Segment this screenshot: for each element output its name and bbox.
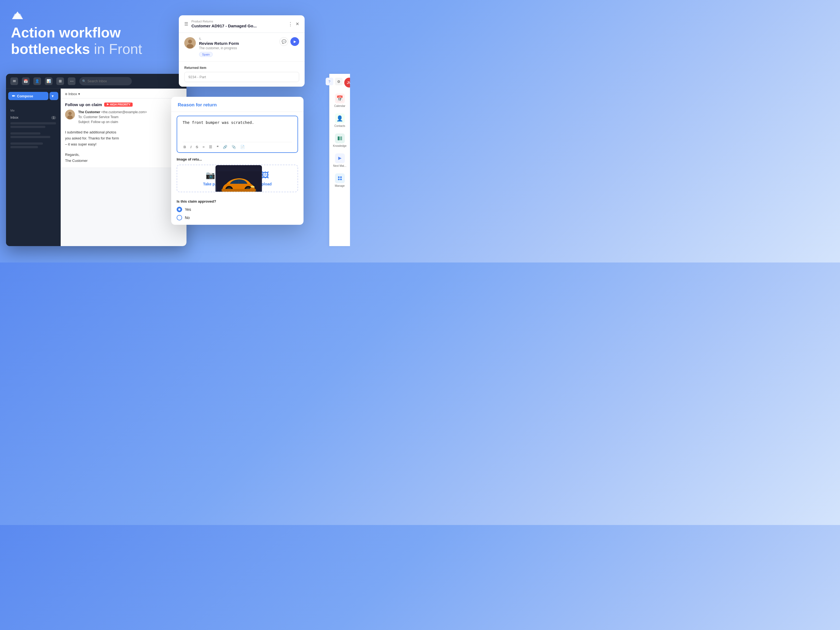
link-button[interactable]: 🔗: [222, 144, 228, 150]
step-actions: 💬 ▶: [279, 37, 299, 46]
contacts-sidebar-icon: 👤: [335, 114, 345, 123]
search-input[interactable]: [79, 77, 132, 85]
email-item[interactable]: Follow up on claim ⚑ HIGH PRIORITY: [61, 98, 186, 168]
email-to: To: Customer Service Team: [78, 115, 147, 120]
sidebar-nextmat[interactable]: Next Mat...: [331, 151, 349, 169]
settings-icon[interactable]: ⚙: [335, 77, 343, 85]
compose-button[interactable]: ✏ Compose: [8, 92, 48, 100]
sender-avatar: [65, 110, 75, 120]
hero-section: Action workflow bottlenecks in Front: [11, 25, 142, 57]
modal-menu-icon[interactable]: ☰: [184, 21, 188, 27]
help-icon[interactable]: ?: [326, 77, 333, 85]
attachment-button[interactable]: 📎: [231, 144, 237, 150]
email-signature: Regards, The Customer: [65, 152, 182, 164]
search-wrap: 🔍: [79, 77, 182, 85]
priority-badge: ⚑ HIGH PRIORITY: [104, 103, 133, 107]
approval-label: Is this claim approved?: [177, 199, 298, 204]
svg-point-22: [338, 178, 339, 180]
user-avatar[interactable]: JV: [344, 77, 350, 87]
priority-flag-icon: ⚑: [106, 103, 109, 106]
quote-button[interactable]: ❝: [216, 144, 219, 150]
analytics-icon[interactable]: 📊: [45, 77, 52, 85]
reason-for-return-modal: Reason for return The front bumper was s…: [171, 97, 303, 225]
sender-name: The Customer: [78, 110, 100, 114]
knowledge-sidebar-icon: [335, 133, 345, 143]
step-content: 5. Review Return Form The customer, in p…: [199, 37, 276, 57]
email-subject-row: Follow up on claim ⚑ HIGH PRIORITY: [65, 102, 182, 107]
more-icon[interactable]: ⋯: [68, 77, 76, 85]
hero-line2-light: in Front: [90, 41, 142, 57]
logo-area: [11, 10, 24, 21]
reason-title: Reason for return: [178, 102, 297, 108]
upload-icon: 🖼: [261, 171, 269, 180]
modal-category: Product Returns: [191, 20, 285, 23]
columns-icon[interactable]: ⊞: [56, 77, 64, 85]
knowledge-label: Knowledge: [333, 144, 346, 147]
sidebar-placeholder-6: [10, 146, 38, 148]
inbox-chevron: ▾: [78, 92, 80, 96]
radio-row: Yes No: [177, 207, 298, 220]
modal-close-button[interactable]: ✕: [295, 21, 299, 27]
italic-button[interactable]: I: [189, 144, 192, 150]
sidebar-item-inbox[interactable]: Inbox 1: [8, 114, 58, 121]
radio-yes-circle: [177, 207, 182, 212]
modal-more-icon[interactable]: ⋮: [288, 21, 293, 27]
editor-toolbar: B I S ≡ ☰ ❝ 🔗 📎 📄: [183, 142, 292, 152]
strikethrough-button[interactable]: S: [195, 144, 199, 150]
sidebar-knowledge[interactable]: Knowledge: [331, 131, 349, 150]
svg-point-2: [67, 115, 73, 119]
ordered-list-button[interactable]: ☰: [208, 144, 213, 150]
front-app-window: ✉ 📅 👤 📊 ⊞ ⋯ 🔍 ✏ Compose ▾ Me Inbox 1: [6, 74, 186, 246]
radio-yes[interactable]: Yes: [177, 207, 298, 212]
inbox-icon[interactable]: ✉: [10, 77, 18, 85]
reason-header: Reason for return: [171, 97, 303, 112]
step-avatar: [184, 37, 196, 49]
email-sender-row: The Customer <the.customer@example.com> …: [65, 110, 182, 125]
svg-point-1: [68, 112, 72, 115]
step-tag: Spain: [199, 52, 213, 57]
sidebar-placeholder-5: [10, 142, 43, 145]
right-sidebar: ? ⚙ JV 📅 Calendar 👤 Contacts Knowledge N…: [329, 74, 350, 246]
email-main-panel: Inbox ▾ Follow up on claim ⚑ HIGH PRIORI…: [61, 88, 186, 246]
returned-item-input[interactable]: [184, 72, 299, 82]
modal-titles: Product Returns Customer AD917 - Damaged…: [191, 20, 285, 28]
returned-item-section: Returned item: [179, 62, 305, 87]
reason-textarea-container: The front bumper was scratched. B I S ≡ …: [177, 116, 298, 153]
calendar-label: Calendar: [334, 104, 345, 107]
sidebar-calendar[interactable]: 📅 Calendar: [331, 91, 349, 110]
nextmat-sidebar-icon: [335, 153, 345, 163]
svg-rect-18: [338, 136, 339, 140]
svg-point-23: [340, 178, 342, 180]
sidebar-manage[interactable]: Manage: [331, 171, 349, 189]
calendar-sidebar-icon: 📅: [335, 93, 345, 103]
sidebar-placeholder-4: [10, 136, 50, 138]
sidebar-contacts[interactable]: 👤 Contacts: [331, 111, 349, 129]
image-section: Image of retu... 📷 Take p...: [171, 153, 303, 196]
email-list-header: Inbox ▾: [61, 88, 186, 98]
sidebar-top-icons: ? ⚙ JV: [326, 77, 350, 87]
svg-rect-19: [340, 136, 342, 140]
reason-editor-wrap: The front bumper was scratched. B I S ≡ …: [171, 116, 303, 153]
step-subtitle: The customer, in progress: [199, 46, 276, 50]
image-upload-area: 📷 Take p...: [177, 164, 298, 192]
radio-no[interactable]: No: [177, 215, 298, 220]
document-button[interactable]: 📄: [240, 144, 246, 150]
compose-dropdown[interactable]: ▾: [49, 92, 58, 100]
manage-sidebar-icon: [335, 174, 345, 183]
bullet-list-button[interactable]: ≡: [202, 144, 205, 150]
step-number: 5.: [199, 37, 276, 41]
sidebar-placeholder-3: [10, 133, 41, 134]
step-title: Review Return Form: [199, 41, 276, 46]
radio-no-circle: [177, 215, 182, 220]
step-row: 5. Review Return Form The customer, in p…: [179, 33, 305, 62]
bold-button[interactable]: B: [183, 144, 187, 150]
inbox-dot: [65, 93, 67, 95]
reason-textarea[interactable]: The front bumper was scratched.: [183, 116, 292, 141]
sidebar-placeholder-2: [10, 126, 46, 128]
image-label: Image of retu...: [177, 157, 298, 161]
play-button[interactable]: ▶: [291, 37, 299, 46]
contacts-icon[interactable]: 👤: [33, 77, 41, 85]
comment-icon[interactable]: 💬: [279, 37, 288, 46]
product-returns-modal: ☰ Product Returns Customer AD917 - Damag…: [179, 15, 305, 87]
calendar-icon[interactable]: 📅: [22, 77, 30, 85]
